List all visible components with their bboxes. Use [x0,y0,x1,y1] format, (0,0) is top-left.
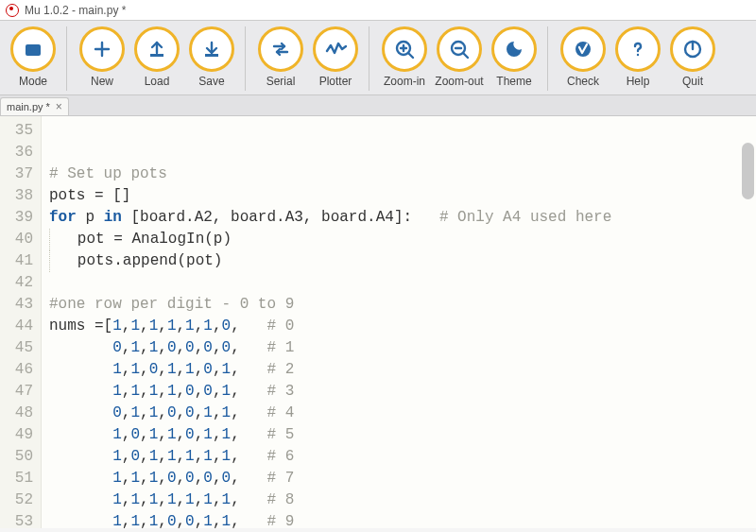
theme-button[interactable]: Theme [487,26,541,88]
plotter-button[interactable]: Plotter [308,26,363,88]
app-logo-icon [6,4,19,17]
code-line[interactable]: for p in [board.A2, board.A3, board.A4]:… [49,207,756,229]
toolbar-separator [66,26,67,91]
toolbar-label: Zoom-out [435,75,483,88]
code-line[interactable]: pot = AnalogIn(p) [49,229,756,250]
toolbar-label: Theme [496,75,531,88]
line-number: 41 [0,250,33,272]
code-line[interactable]: pots = [] [49,185,756,207]
line-number: 37 [0,163,33,185]
line-number: 43 [0,294,33,316]
tab-label: main.py * [7,101,50,112]
new-button[interactable]: New [75,26,129,88]
line-number: 38 [0,185,33,207]
zoom-out-icon [437,26,482,72]
code-line[interactable]: 1,1,0,1,1,0,1, # 2 [49,359,756,381]
code-line[interactable]: 1,1,1,0,0,1,1, # 9 [49,511,756,528]
window-title: Mu 1.0.2 - main.py * [25,4,126,17]
code-area[interactable]: # Set up potspots = []for p in [board.A2… [42,116,756,528]
line-number: 36 [0,142,33,163]
mode-button[interactable]: Mode [6,26,60,88]
toolbar-label: Serial [266,75,296,88]
upload-icon [134,26,180,72]
toolbar-label: Mode [19,75,47,88]
toolbar-label: Save [198,75,224,88]
quit-icon [670,26,715,72]
line-number-gutter: 35363738394041424344454647484950515253 [0,116,42,528]
toolbar-label: Plotter [319,75,352,88]
line-number: 44 [0,316,33,337]
theme-icon [491,26,537,72]
close-icon[interactable]: × [56,101,62,112]
code-line[interactable]: 1,1,1,1,0,0,1, # 3 [49,381,756,403]
tab-bar: main.py * × [0,95,756,116]
code-line[interactable]: 1,1,1,1,1,1,1, # 8 [49,489,756,511]
indent-guide [49,229,50,250]
line-number: 39 [0,207,33,229]
check-icon [560,26,606,72]
scrollbar-thumb[interactable] [742,143,754,199]
plus-icon [79,26,125,72]
serial-icon [258,26,303,72]
code-line[interactable] [49,272,756,294]
plotter-icon [313,26,358,72]
toolbar-label: Help [627,75,650,88]
help-icon [615,26,661,72]
code-line[interactable]: 1,0,1,1,1,1,1, # 6 [49,446,756,468]
code-line[interactable]: 0,1,1,0,0,1,1, # 4 [49,403,756,424]
code-line[interactable]: nums =[1,1,1,1,1,1,0, # 0 [49,316,756,337]
zoom-in-icon [382,26,427,72]
toolbar-label: Check [567,75,599,88]
zoomout-button[interactable]: Zoom-out [432,26,487,88]
code-line[interactable]: #one row per digit - 0 to 9 [49,294,756,316]
toolbar-label: Zoom-in [384,75,425,88]
zoomin-button[interactable]: Zoom-in [377,26,432,88]
indent-guide [49,250,50,272]
line-number: 53 [0,511,33,528]
toolbar-separator [369,26,369,91]
title-bar: Mu 1.0.2 - main.py * [0,0,756,21]
toolbar-separator [245,26,246,91]
save-button[interactable]: Save [184,26,239,88]
line-number: 52 [0,489,33,511]
line-number: 51 [0,468,33,489]
check-button[interactable]: Check [556,26,610,88]
help-button[interactable]: Help [610,26,665,88]
line-number: 35 [0,120,33,142]
toolbar-label: New [91,75,113,88]
code-editor[interactable]: 35363738394041424344454647484950515253 #… [0,116,756,528]
line-number: 40 [0,229,33,250]
line-number: 50 [0,446,33,468]
line-number: 46 [0,359,33,381]
download-icon [189,26,234,72]
toolbar: ModeNewLoadSaveSerialPlotterZoom-inZoom-… [0,21,756,95]
code-line[interactable]: 1,1,1,0,0,0,0, # 7 [49,468,756,489]
serial-button[interactable]: Serial [253,26,308,88]
code-line[interactable]: 0,1,1,0,0,0,0, # 1 [49,337,756,359]
mode-icon [10,26,56,72]
code-line[interactable]: # Set up pots [49,163,756,185]
load-button[interactable]: Load [129,26,184,88]
line-number: 47 [0,381,33,403]
line-number: 48 [0,403,33,424]
quit-button[interactable]: Quit [665,26,720,88]
toolbar-label: Load [145,75,170,88]
line-number: 42 [0,272,33,294]
tab-main-py[interactable]: main.py * × [0,97,69,115]
toolbar-label: Quit [682,75,703,88]
toolbar-separator [547,26,548,91]
line-number: 45 [0,337,33,359]
line-number: 49 [0,424,33,446]
code-line[interactable]: 1,0,1,1,0,1,1, # 5 [49,424,756,446]
code-line[interactable]: pots.append(pot) [49,250,756,272]
